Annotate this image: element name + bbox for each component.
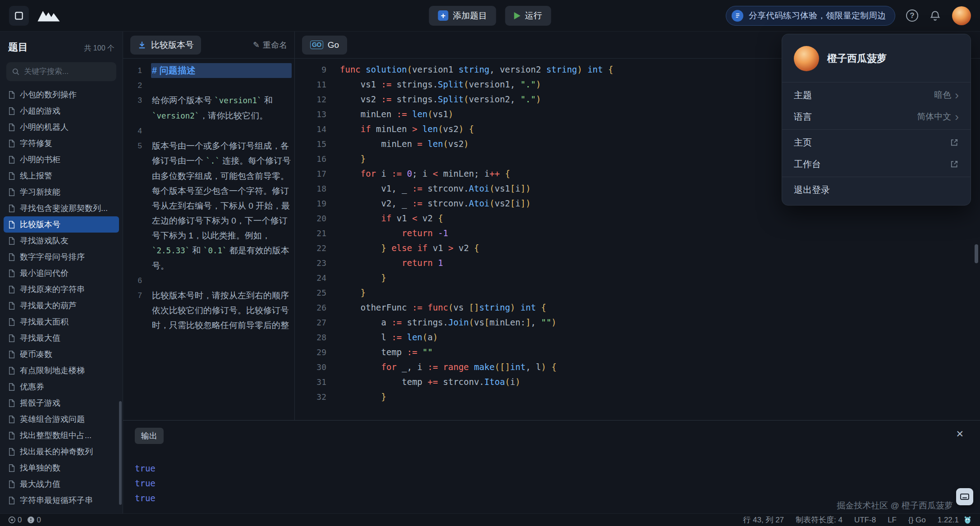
sidebar-item[interactable]: 优惠券 [4, 379, 119, 395]
markdown-line[interactable]: 2 [123, 78, 294, 93]
code-line[interactable]: 22 } else if v1 > v2 { [295, 241, 980, 256]
sidebar-item[interactable]: 小包的数列操作 [4, 87, 119, 103]
rename-button[interactable]: ✎ 重命名 [253, 40, 287, 50]
markdown-text: 给你两个版本号 `version1` 和 `version2`，请你比较它们。 [151, 93, 292, 123]
share-banner[interactable]: 分享代码练习体验，领限量定制周边 [726, 6, 895, 26]
search-input[interactable] [24, 67, 111, 76]
output-tab[interactable]: 输出 [135, 428, 164, 444]
sidebar-item[interactable]: 字符串最短循环子串 [4, 492, 119, 508]
code-line[interactable]: 32 } [295, 389, 980, 404]
markdown-line[interactable]: 3给你两个版本号 `version1` 和 `version2`，请你比较它们。 [123, 93, 294, 123]
code-line[interactable]: 26 otherFunc := func(vs []string) int { [295, 300, 980, 315]
code-line[interactable]: 21 return -1 [295, 226, 980, 241]
sidebar-item[interactable]: 最小追问代价 [4, 265, 119, 281]
sidebar-item[interactable]: 寻找最大的葫芦 [4, 297, 119, 314]
statusbar-problems[interactable]: 0 0 [8, 516, 41, 525]
status-item[interactable]: LF [888, 516, 897, 525]
status-item[interactable]: 行 43, 列 27 [743, 515, 784, 525]
warnings-indicator[interactable]: 0 [27, 516, 41, 525]
menu-item-home[interactable]: 主页 [782, 132, 971, 153]
go-logo-icon: GO [310, 41, 323, 49]
markdown-line[interactable]: 7比较版本号时，请按从左到右的顺序依次比较它们的修订号。比较修订号时，只需比较忽… [123, 288, 294, 333]
sidebar-item[interactable]: 小明的书柜 [4, 151, 119, 168]
search-icon [12, 68, 20, 76]
sidebar-item[interactable]: 英雄组合游戏问题 [4, 411, 119, 427]
topbar: + 添加题目 运行 分享代码练习体验，领限量定制周边 ? [0, 0, 980, 32]
tab-go[interactable]: GO Go [302, 36, 347, 55]
errors-indicator[interactable]: 0 [8, 516, 22, 525]
sidebar-item[interactable]: 寻找包含斐波那契数列... [4, 200, 119, 216]
mini-keyboard-icon [959, 491, 970, 502]
sidebar-item[interactable]: 找出整型数组中占... [4, 427, 119, 444]
user-avatar[interactable] [952, 6, 971, 25]
tab-go-label: Go [328, 40, 339, 50]
code-line[interactable]: 27 a := strings.Join(vs[minLen:], "") [295, 315, 980, 330]
sidebar-item[interactable]: 学习新技能 [4, 184, 119, 200]
markdown-line[interactable]: 1# 问题描述 [123, 63, 294, 78]
code-text: otherFunc := func(vs []string) int { [340, 300, 546, 315]
sidebar-item[interactable]: 线上报警 [4, 168, 119, 184]
markdown-editor[interactable]: 1# 问题描述23给你两个版本号 `version1` 和 `version2`… [123, 59, 294, 420]
sidebar-item[interactable]: 有点限制地走楼梯 [4, 362, 119, 379]
code-line[interactable]: 25 } [295, 285, 980, 300]
sidebar-item[interactable]: 比较版本号 [4, 216, 119, 233]
pencil-icon: ✎ [253, 40, 260, 50]
menu-item-workbench[interactable]: 工作台 [782, 153, 971, 175]
sidebar-item[interactable]: 寻找游戏队友 [4, 233, 119, 249]
status-item[interactable]: 制表符长度: 4 [796, 515, 843, 525]
markdown-line[interactable]: 5版本号由一个或多个修订号组成，各修订号由一个 `.` 连接。每个修订号由多位数… [123, 138, 294, 273]
share-banner-label: 分享代码练习体验，领限量定制周边 [749, 10, 886, 22]
markdown-line[interactable]: 4 [123, 123, 294, 138]
rename-label: 重命名 [263, 40, 287, 50]
sidebar-item[interactable]: 硬币凑数 [4, 346, 119, 362]
menu-divider [782, 82, 971, 82]
plus-icon: + [438, 10, 449, 21]
menu-item-language[interactable]: 语言 简体中文 › [782, 106, 971, 128]
app-logo[interactable] [37, 9, 60, 23]
code-line[interactable]: 24 } [295, 270, 980, 285]
sidebar-item[interactable]: 摇骰子游戏 [4, 395, 119, 411]
status-item[interactable]: 1.22.1 [938, 516, 959, 525]
notifications-bell-icon[interactable] [929, 9, 941, 22]
floating-panel-button[interactable] [956, 488, 973, 505]
sidebar-item[interactable]: 寻找最大值 [4, 330, 119, 346]
code-text: } [340, 389, 386, 404]
editor-scrollbar-thumb[interactable] [975, 244, 978, 263]
menu-item-logout[interactable]: 退出登录 [782, 179, 971, 201]
close-output-icon[interactable]: ✕ [956, 429, 964, 439]
line-number: 28 [295, 330, 340, 345]
code-line[interactable]: 29 temp := "" [295, 345, 980, 360]
problem-title-button[interactable]: 比较版本号 [130, 36, 201, 55]
sidebar-item[interactable]: 小超的游戏 [4, 103, 119, 119]
layout-toggle-button[interactable] [9, 6, 29, 26]
code-text: l := len(a) [340, 330, 438, 345]
status-item[interactable]: UTF-8 [854, 516, 876, 525]
markdown-line[interactable]: 6 [123, 273, 294, 288]
sidebar-item[interactable]: 数字字母问号排序 [4, 249, 119, 265]
run-button[interactable]: 运行 [505, 6, 551, 26]
sidebar-item[interactable]: 寻找最大面积 [4, 314, 119, 330]
sidebar-item-label: 数字字母问号排序 [20, 252, 85, 262]
code-text: vs1 := strings.Split(version1, ".") [340, 77, 541, 92]
sidebar-item[interactable]: 找单独的数 [4, 460, 119, 476]
document-icon [7, 448, 16, 456]
sidebar-scrollbar-thumb[interactable] [119, 401, 122, 505]
sidebar-item-label: 英雄组合游戏问题 [20, 414, 85, 425]
code-line[interactable]: 31 temp += strconv.Itoa(i) [295, 375, 980, 389]
sidebar-item[interactable]: 寻找原来的字符串 [4, 281, 119, 297]
mountains-logo-icon [37, 9, 60, 23]
code-line[interactable]: 20 if v1 < v2 { [295, 211, 980, 226]
code-line[interactable]: 30 for _, i := range make([]int, l) { [295, 360, 980, 375]
code-line[interactable]: 28 l := len(a) [295, 330, 980, 345]
menu-item-theme[interactable]: 主题 暗色 › [782, 84, 971, 106]
sidebar-item[interactable]: 最大战力值 [4, 476, 119, 492]
sidebar-item[interactable]: 小明的机器人 [4, 119, 119, 135]
sidebar-item[interactable]: 字符修复 [4, 135, 119, 151]
line-number: 9 [295, 62, 340, 77]
status-item[interactable]: {} Go [908, 516, 926, 525]
code-line[interactable]: 23 return 1 [295, 256, 980, 270]
sidebar-item-label: 找单独的数 [20, 462, 60, 473]
add-problem-button[interactable]: + 添加题目 [429, 6, 496, 26]
sidebar-item[interactable]: 找出最长的神奇数列 [4, 444, 119, 460]
help-icon[interactable]: ? [906, 9, 918, 22]
